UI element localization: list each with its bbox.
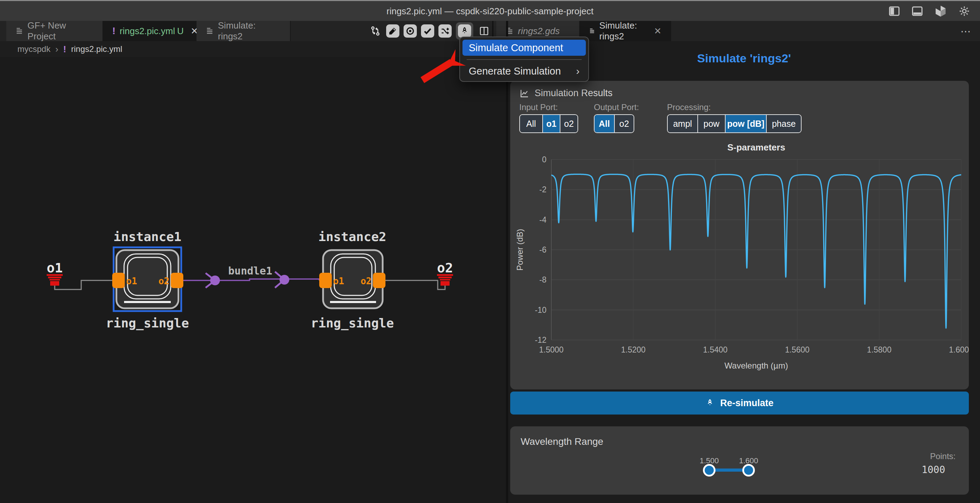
processing-ampl-button[interactable]: ampl	[668, 115, 698, 132]
layout-sidebar-icon[interactable]	[888, 5, 900, 17]
tab-label: Simulate: rings2	[218, 20, 281, 42]
tab-label: rings2.gds	[518, 26, 560, 36]
window-title: rings2.pic.yml — cspdk-si220-public-samp…	[0, 6, 980, 17]
chart-icon	[519, 88, 530, 98]
input-port-o2-button[interactable]: o2	[560, 115, 578, 132]
git-compare-icon[interactable]	[369, 24, 382, 38]
breadcrumb-file[interactable]: rings2.pic.yml	[71, 44, 123, 54]
instance2-symbol[interactable]: o1 o2	[319, 250, 385, 308]
port-o1-label: o1	[126, 276, 137, 286]
tab-simulate-rings2-right[interactable]: Simulate: rings2 ✕	[580, 21, 671, 41]
title-bar: rings2.pic.yml — cspdk-si220-public-samp…	[0, 0, 980, 21]
input-port-all-button[interactable]: All	[520, 115, 543, 132]
submenu-chevron-icon: ›	[576, 65, 579, 77]
y-tick-label: -10	[535, 306, 546, 314]
cube-icon[interactable]	[934, 5, 947, 18]
input-port-o1-button[interactable]: o1	[543, 115, 560, 132]
y-tick-label: -8	[539, 275, 546, 284]
simulation-panel: Simulate 'rings2' Simulation Results Inp…	[508, 41, 980, 503]
results-header: Simulation Results	[519, 88, 612, 98]
instance1-symbol[interactable]: o1 o2	[112, 248, 183, 311]
port-o2[interactable]	[171, 273, 183, 288]
tab-rings2-pic-yml[interactable]: ! rings2.pic.yml U ✕	[103, 21, 197, 41]
net-label: bundle1	[228, 265, 272, 277]
tab-label: Simulate: rings2	[600, 20, 647, 42]
port-o1[interactable]	[112, 273, 125, 288]
y-tick-label: -12	[535, 335, 546, 344]
x-tick-label: 1.5800	[867, 345, 891, 354]
re-simulate-button[interactable]: Re-simulate	[510, 392, 969, 414]
menu-item-simulate-component[interactable]: Simulate Component	[463, 40, 586, 56]
warning-icon: !	[112, 25, 115, 36]
processing-phase-button[interactable]: phase	[767, 115, 801, 132]
processing-pow-button[interactable]: pow	[698, 115, 725, 132]
input-port-label: Input Port:	[519, 102, 558, 112]
tab-gf-new-project[interactable]: GF+ New Project	[6, 21, 103, 41]
menu-separator	[467, 59, 582, 60]
schematic-canvas[interactable]: bundle1 o1 o2 o1 o2 ins	[0, 57, 506, 503]
instance2-component: ring_single	[311, 316, 394, 330]
instance1-component: ring_single	[106, 316, 189, 330]
wavelength-range-title: Wavelength Range	[521, 436, 603, 447]
instance2-name: instance2	[318, 230, 386, 244]
chevron-right-icon: ›	[56, 44, 59, 55]
split-editor-icon[interactable]	[477, 24, 491, 38]
transmission-curve	[551, 174, 961, 328]
x-axis-title: Wavelength (µm)	[725, 361, 788, 370]
edit-icon[interactable]	[386, 24, 399, 38]
y-tick-label: 0	[542, 155, 546, 164]
output-port-all-button[interactable]: All	[595, 115, 615, 132]
port-o1[interactable]	[319, 273, 332, 288]
points-label: Points:	[930, 451, 956, 461]
menu-item-label: Generate Simulation	[469, 65, 561, 77]
shuffle-icon[interactable]	[438, 24, 452, 38]
target-icon[interactable]	[404, 24, 417, 38]
y-tick-label: -2	[539, 185, 546, 194]
processing-pow-db-button[interactable]: pow [dB]	[725, 115, 767, 132]
output-port-label: Output Port:	[594, 102, 639, 112]
bundle-node-2[interactable]	[275, 272, 289, 288]
check-icon[interactable]	[421, 24, 434, 38]
range-slider-handle-max[interactable]	[742, 464, 755, 476]
instance1-name: instance1	[113, 230, 181, 244]
processing-label: Processing:	[667, 102, 711, 112]
port-o2-label: o2	[159, 276, 169, 286]
port-o1-label: o1	[333, 276, 344, 286]
external-port-o1-symbol[interactable]	[47, 274, 63, 286]
external-port-o2-label: o2	[437, 260, 453, 276]
wire-o1	[55, 281, 112, 289]
list-icon	[15, 27, 23, 35]
breadcrumb-folder[interactable]: mycspdk	[18, 44, 51, 54]
external-port-o1-label: o1	[47, 260, 63, 276]
wire-o2	[385, 281, 445, 289]
menu-item-generate-simulation[interactable]: Generate Simulation ›	[463, 63, 586, 79]
list-icon	[589, 27, 595, 35]
port-o2[interactable]	[373, 273, 385, 288]
warning-icon: !	[63, 44, 66, 55]
y-axis-title: Power (dB)	[515, 229, 525, 271]
close-icon[interactable]: ✕	[654, 26, 662, 36]
x-tick-label: 1.5400	[703, 345, 727, 354]
tab-simulate-rings2-left[interactable]: Simulate: rings2	[197, 21, 291, 41]
s-parameters-chart: 0-2-4-6-8-10-121.50001.52001.54001.56001…	[510, 140, 969, 384]
modified-badge: U	[177, 26, 184, 36]
tab-label: GF+ New Project	[27, 20, 94, 42]
gear-icon[interactable]	[958, 5, 971, 18]
processing-group: ampl pow pow [dB] phase	[667, 114, 802, 133]
range-slider-handle-min[interactable]	[703, 464, 716, 476]
simulation-results-card: Simulation Results Input Port: Output Po…	[510, 81, 969, 389]
points-value: 1000	[922, 464, 945, 476]
y-tick-label: -6	[539, 245, 546, 254]
more-tabs-icon[interactable]: ⋯	[961, 25, 972, 37]
layout-panel-icon[interactable]	[911, 5, 924, 17]
results-title: Simulation Results	[535, 88, 612, 98]
list-icon	[205, 27, 214, 35]
x-tick-label: 1.5200	[621, 345, 646, 354]
x-tick-label: 1.6000	[949, 345, 969, 354]
output-port-o2-button[interactable]: o2	[615, 115, 633, 132]
rocket-icon	[705, 398, 714, 408]
re-simulate-label: Re-simulate	[720, 398, 773, 409]
tab-label: rings2.pic.yml	[119, 26, 175, 36]
external-port-o2-symbol[interactable]	[437, 274, 453, 286]
wire-bundle1	[183, 279, 319, 281]
